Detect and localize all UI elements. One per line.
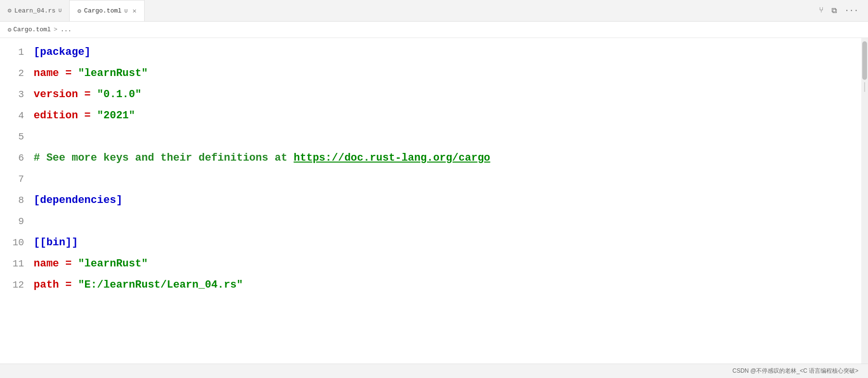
line-content: [package]: [34, 42, 861, 63]
tab-learn04-modifier: U: [59, 8, 62, 13]
string-token: "learnRust": [78, 258, 147, 270]
table-row: 7: [0, 169, 861, 190]
line-number: 6: [0, 148, 34, 169]
line-number: 11: [0, 253, 34, 275]
line-number: 4: [0, 105, 34, 126]
line-number: 7: [0, 169, 34, 190]
table-row: 1[package]: [0, 42, 861, 63]
line-number: 10: [0, 232, 34, 253]
eq-token: =: [59, 279, 78, 291]
table-row: 3version = "0.1.0": [0, 84, 861, 105]
tab-cargo-modifier: U: [124, 8, 128, 14]
line-number: 5: [0, 126, 34, 148]
table-row: 9: [0, 211, 861, 232]
tab-cargo[interactable]: ⚙ Cargo.toml U ✕: [70, 0, 145, 21]
gear-icon-cargo: ⚙: [77, 7, 81, 15]
key-token: version: [34, 88, 78, 101]
string-token: "0.1.0": [97, 88, 141, 101]
string-token: "E:/learnRust/Learn_04.rs": [78, 279, 243, 291]
bracket-token: [dependencies]: [34, 194, 122, 206]
editor-container: ⚙ Learn_04.rs U ⚙ Cargo.toml U ✕ ⑂ ⧉ ···…: [0, 0, 868, 378]
line-content: version = "0.1.0": [34, 84, 861, 105]
breadcrumb-file: Cargo.toml: [13, 26, 51, 33]
line-content: path = "E:/learnRust/Learn_04.rs": [34, 275, 861, 296]
eq-token: =: [59, 258, 78, 270]
key-token: name: [34, 258, 59, 270]
status-bar: CSDN @不停感叹的老林_<C 语言编程核心突破>: [0, 364, 868, 378]
gear-icon: ⚙: [8, 7, 12, 14]
breadcrumb-sep: >: [54, 26, 58, 33]
breadcrumb-more: ...: [61, 26, 72, 33]
table-row: 4edition = "2021": [0, 105, 861, 126]
string-token: "2021": [97, 110, 135, 122]
tab-cargo-label: Cargo.toml: [84, 7, 122, 14]
key-token: name: [34, 67, 59, 79]
branch-icon[interactable]: ⑂: [819, 6, 824, 15]
line-number: 12: [0, 275, 34, 296]
line-content: name = "learnRust": [34, 63, 861, 84]
line-number: 8: [0, 190, 34, 211]
table-row: 12path = "E:/learnRust/Learn_04.rs": [0, 275, 861, 296]
more-actions-icon[interactable]: ···: [844, 6, 858, 15]
scrollbar[interactable]: [861, 38, 868, 364]
line-number: 3: [0, 84, 34, 105]
key-token: edition: [34, 110, 78, 122]
status-text: CSDN @不停感叹的老林_<C 语言编程核心突破>: [733, 367, 858, 375]
line-content: [dependencies]: [34, 190, 861, 211]
link-token: https://doc.rust-lang.org/cargo: [293, 152, 490, 164]
tab-learn04-label: Learn_04.rs: [14, 7, 56, 14]
tab-bar-actions: ⑂ ⧉ ···: [819, 6, 868, 15]
string-token: "learnRust": [78, 67, 147, 79]
split-editor-icon[interactable]: ⧉: [831, 6, 837, 15]
scrollbar-thumb[interactable]: [862, 41, 867, 80]
table-row: 10[[bin]]: [0, 232, 861, 253]
line-content: name = "learnRust": [34, 253, 861, 275]
code-area[interactable]: 1[package]2name = "learnRust"3version = …: [0, 38, 861, 364]
bracket-token: [[bin]]: [34, 237, 78, 249]
breadcrumb-gear-icon: ⚙: [8, 26, 12, 34]
line-content: [[bin]]: [34, 232, 861, 253]
scrollbar-line: [864, 82, 865, 92]
table-row: 6# See more keys and their definitions a…: [0, 148, 861, 169]
line-content: # See more keys and their definitions at…: [34, 148, 861, 169]
eq-token: =: [78, 88, 97, 101]
line-number: 1: [0, 42, 34, 63]
bracket-token: [package]: [34, 46, 91, 58]
tab-learn04[interactable]: ⚙ Learn_04.rs U: [0, 0, 70, 21]
line-content: edition = "2021": [34, 105, 861, 126]
key-token: path: [34, 279, 59, 291]
tab-bar: ⚙ Learn_04.rs U ⚙ Cargo.toml U ✕ ⑂ ⧉ ···: [0, 0, 868, 22]
table-row: 11name = "learnRust": [0, 253, 861, 275]
table-row: 8[dependencies]: [0, 190, 861, 211]
table-row: 2name = "learnRust": [0, 63, 861, 84]
comment-token: # See more keys and their definitions at: [34, 152, 293, 164]
line-number: 9: [0, 211, 34, 232]
eq-token: =: [59, 67, 78, 79]
close-tab-button[interactable]: ✕: [133, 7, 136, 15]
breadcrumb: ⚙ Cargo.toml > ...: [0, 22, 868, 38]
eq-token: =: [78, 110, 97, 122]
editor-body: 1[package]2name = "learnRust"3version = …: [0, 38, 868, 364]
table-row: 5: [0, 126, 861, 148]
tab-bar-left: ⚙ Learn_04.rs U ⚙ Cargo.toml U ✕: [0, 0, 145, 21]
line-number: 2: [0, 63, 34, 84]
